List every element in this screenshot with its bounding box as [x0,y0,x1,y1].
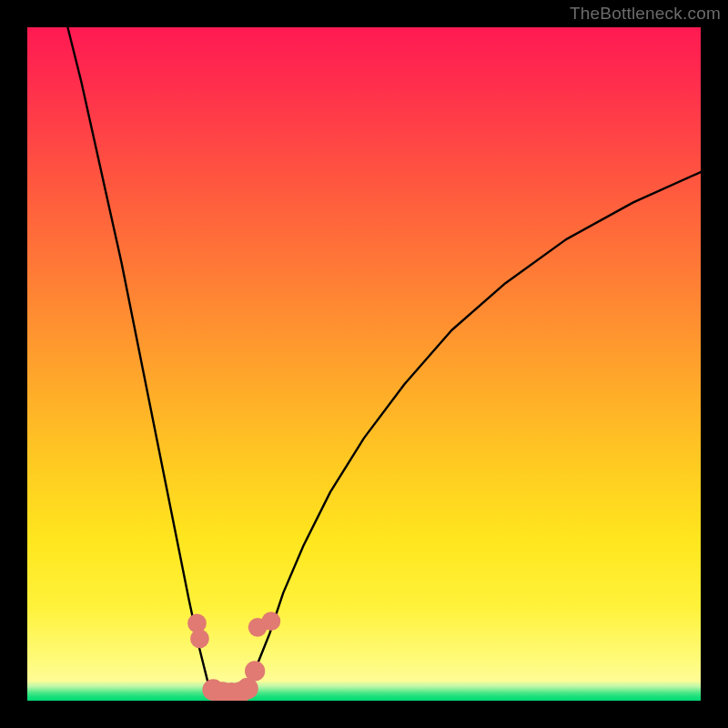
plot-area [27,27,701,701]
watermark-text: TheBottleneck.com [570,4,721,24]
bottleneck-curve [67,27,701,700]
data-marker [248,618,268,637]
chart-frame: TheBottleneck.com [0,0,728,728]
data-marker [187,614,207,633]
data-marker [190,630,209,649]
data-marker [245,661,265,681]
data-marker [262,612,281,631]
green-band [27,681,701,701]
curve-layer [27,27,701,701]
